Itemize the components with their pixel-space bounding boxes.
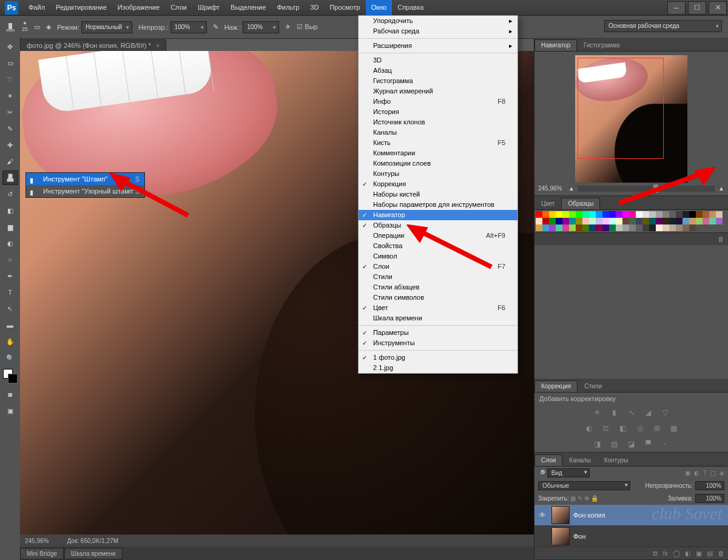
swatch[interactable] bbox=[642, 218, 649, 224]
swatch[interactable] bbox=[676, 211, 682, 218]
trash-icon[interactable]: 🗑 bbox=[718, 235, 724, 243]
menu-изображение[interactable]: Изображение bbox=[112, 0, 165, 15]
swatch[interactable] bbox=[576, 224, 582, 231]
quick-mask-icon[interactable]: ◙ bbox=[2, 387, 18, 402]
swatch[interactable] bbox=[596, 211, 602, 218]
clone-source-icon[interactable]: ◈ bbox=[46, 20, 51, 35]
menu-просмотр[interactable]: Просмотр bbox=[324, 0, 365, 15]
swatch[interactable] bbox=[682, 224, 689, 231]
menu-item-расширения[interactable]: Расширения bbox=[359, 41, 517, 51]
window-minimize[interactable]: ─ bbox=[667, 1, 686, 15]
navigator-viewbox[interactable] bbox=[578, 58, 664, 159]
lasso-tool[interactable]: ➰ bbox=[2, 72, 18, 87]
curves-icon[interactable]: ∿ bbox=[626, 407, 637, 418]
swatch[interactable] bbox=[656, 218, 662, 224]
swatch[interactable] bbox=[716, 211, 723, 218]
screen-mode-icon[interactable]: ▣ bbox=[2, 403, 18, 418]
swatch[interactable] bbox=[589, 224, 596, 231]
tab-timeline[interactable]: Шкала времени bbox=[64, 548, 122, 559]
menu-item-операции[interactable]: ОперацииAlt+F9 bbox=[359, 231, 517, 241]
exposure-icon[interactable]: ◢ bbox=[643, 407, 654, 418]
workspace-select[interactable]: Основная рабочая среда bbox=[604, 20, 722, 32]
menu-item-1-фото.jpg[interactable]: ✓1 фото.jpg bbox=[359, 353, 517, 363]
layer-row[interactable]: 👁Фон копия bbox=[534, 505, 728, 526]
swatch[interactable] bbox=[689, 211, 696, 218]
menu-item-абзац[interactable]: Абзац bbox=[359, 66, 517, 76]
lookup-icon[interactable]: ▦ bbox=[669, 423, 679, 434]
hue-icon[interactable]: ◐ bbox=[584, 423, 595, 434]
swatch[interactable] bbox=[549, 218, 556, 224]
swatch[interactable] bbox=[556, 211, 562, 218]
swatch[interactable] bbox=[662, 224, 669, 231]
threshold-icon[interactable]: ◪ bbox=[626, 439, 637, 450]
swatch[interactable] bbox=[562, 224, 569, 231]
swatch[interactable] bbox=[656, 224, 662, 231]
layer-filter-kind[interactable]: Вид bbox=[547, 468, 590, 477]
menu-шрифт[interactable]: Шрифт bbox=[192, 0, 225, 15]
close-icon[interactable]: × bbox=[156, 42, 160, 49]
swatch[interactable] bbox=[556, 224, 562, 231]
visibility-icon[interactable]: 👁 bbox=[537, 511, 548, 519]
swatch[interactable] bbox=[662, 218, 669, 224]
swatch[interactable] bbox=[636, 224, 642, 231]
tab-histogram[interactable]: Гистограмма bbox=[577, 39, 627, 51]
marquee-tool[interactable]: ▭ bbox=[2, 56, 18, 70]
swatch[interactable] bbox=[562, 218, 569, 224]
menu-item-наборы-кистей[interactable]: Наборы кистей bbox=[359, 189, 517, 200]
swatch[interactable] bbox=[669, 224, 676, 231]
history-brush-tool[interactable]: ↺ bbox=[2, 187, 18, 201]
swatch[interactable] bbox=[602, 224, 609, 231]
flyout-item[interactable]: ▮Инструмент "Узорный штамп"S bbox=[26, 185, 144, 197]
swatch[interactable] bbox=[549, 224, 556, 231]
swatch[interactable] bbox=[716, 218, 723, 224]
menu-слои[interactable]: Слои bbox=[165, 0, 192, 15]
swatch[interactable] bbox=[669, 218, 676, 224]
swatch[interactable] bbox=[649, 224, 656, 231]
swatch[interactable] bbox=[582, 211, 589, 218]
swatch[interactable] bbox=[589, 211, 596, 218]
menu-выделение[interactable]: Выделение bbox=[225, 0, 271, 15]
filter-adjust-icon[interactable]: ◐ bbox=[694, 470, 699, 476]
mode-select[interactable]: Нормальный bbox=[81, 21, 132, 33]
move-tool[interactable]: ✥ bbox=[2, 39, 18, 54]
doc-tab[interactable]: фото.jpg @ 246% (Фон копия, RGB/8#) *× bbox=[20, 39, 166, 51]
adjustment-layer-icon[interactable]: ◐ bbox=[685, 550, 691, 558]
new-layer-icon[interactable]: ▤ bbox=[707, 550, 713, 558]
filter-pixel-icon[interactable]: ▣ bbox=[685, 470, 690, 476]
swatch[interactable] bbox=[596, 224, 602, 231]
swatch[interactable] bbox=[609, 224, 616, 231]
swatch[interactable] bbox=[649, 218, 656, 224]
trash-icon[interactable]: 🗑 bbox=[718, 550, 724, 557]
swatch[interactable] bbox=[616, 211, 622, 218]
swatch[interactable] bbox=[629, 224, 636, 231]
swatch[interactable] bbox=[582, 218, 589, 224]
swatch[interactable] bbox=[696, 218, 703, 224]
menu-редактирование[interactable]: Редактирование bbox=[50, 0, 112, 15]
tool-preset-icon[interactable] bbox=[5, 20, 16, 35]
swatch-grid[interactable] bbox=[534, 210, 728, 232]
swatch[interactable] bbox=[689, 218, 696, 224]
menu-item-навигатор[interactable]: ✓Навигатор bbox=[359, 210, 517, 220]
path-select-tool[interactable]: ↖ bbox=[2, 302, 18, 316]
swatch[interactable] bbox=[576, 218, 582, 224]
swatch[interactable] bbox=[649, 211, 656, 218]
layer-filter-icon[interactable]: 🔎 bbox=[538, 470, 545, 476]
swatch[interactable] bbox=[556, 218, 562, 224]
filter-smart-icon[interactable]: ◈ bbox=[720, 470, 724, 476]
menu-item-рабочая-среда[interactable]: Рабочая среда bbox=[359, 26, 517, 36]
swatch[interactable] bbox=[622, 218, 629, 224]
swatch[interactable] bbox=[669, 211, 676, 218]
gradient-map-icon[interactable]: ▀ bbox=[643, 439, 654, 450]
tab-swatches[interactable]: Образцы bbox=[561, 198, 600, 209]
airbrush-icon[interactable]: ✈ bbox=[285, 20, 291, 35]
swatch[interactable] bbox=[536, 218, 542, 224]
swatch[interactable] bbox=[569, 218, 576, 224]
quick-select-tool[interactable]: ✶ bbox=[2, 89, 18, 103]
blend-mode-select[interactable]: Обычные bbox=[538, 481, 630, 490]
invert-icon[interactable]: ◨ bbox=[592, 439, 603, 450]
menu-item-гистограмма[interactable]: Гистограмма bbox=[359, 76, 517, 86]
eraser-tool[interactable]: ◧ bbox=[2, 203, 18, 218]
filter-type-icon[interactable]: T bbox=[703, 470, 707, 476]
menu-item-история[interactable]: История bbox=[359, 107, 517, 117]
shape-tool[interactable]: ▬ bbox=[2, 318, 18, 332]
